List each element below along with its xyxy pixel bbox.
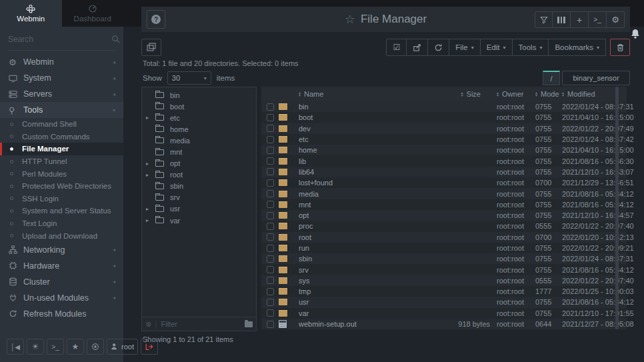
column-header-name[interactable]: ▴▾ Name [299, 90, 417, 98]
row-checkbox[interactable] [267, 233, 274, 241]
expand-arrow-icon[interactable]: ▸ [146, 206, 155, 212]
help-button[interactable]: ? [147, 10, 165, 29]
row-checkbox[interactable] [267, 190, 274, 197]
entry-name[interactable]: var [299, 309, 417, 317]
clear-filter-icon[interactable]: ⊗ [145, 320, 151, 329]
table-row-srv[interactable]: srv root:root 0755 2021/08/16 - 05:34:12 [261, 264, 627, 275]
table-row-media[interactable]: media root:root 0755 2021/08/16 - 05:34:… [261, 188, 627, 199]
menu-tools[interactable]: Tools▾ [513, 39, 549, 56]
tree-item-mnt[interactable]: mnt [142, 146, 256, 157]
entry-name[interactable]: sbin [299, 255, 417, 263]
sidebar-item-unused-modules[interactable]: Un-used Modules ◂ [0, 290, 123, 306]
table-row-sys[interactable]: sys root:root 0555 2022/01/22 - 20:07:40 [261, 275, 627, 286]
settings-button[interactable]: ⚙ [607, 11, 625, 28]
palette-button[interactable] [87, 339, 104, 355]
user-button[interactable]: root [107, 339, 138, 355]
row-checkbox[interactable] [267, 223, 274, 230]
row-checkbox[interactable] [267, 157, 274, 165]
sidebar-item-cluster[interactable]: Cluster ◂ [0, 274, 123, 290]
table-row-tmp[interactable]: tmp root:root 1777 2022/01/25 - 10:00:03 [261, 286, 627, 297]
sidebar-item-system[interactable]: System ◂ [0, 70, 123, 86]
tree-item-home[interactable]: home [142, 123, 256, 135]
entry-name[interactable]: run [299, 244, 417, 252]
tree-item-boot[interactable]: boot [142, 101, 256, 112]
page-size-select[interactable]: 30 ▾ [167, 71, 211, 85]
entry-name[interactable]: tmp [299, 287, 417, 295]
row-checkbox[interactable] [267, 255, 274, 263]
collapse-sidebar-button[interactable]: │◀ [7, 339, 24, 355]
refresh-button[interactable] [428, 39, 449, 56]
tree-item-etc[interactable]: ▸ etc [142, 112, 256, 123]
sidebar-item-tools[interactable]: ⚲ Tools ▾ [0, 102, 123, 118]
table-row-usr[interactable]: usr root:root 0755 2021/08/16 - 05:34:12 [261, 297, 627, 307]
tree-item-bin[interactable]: bin [142, 89, 256, 101]
columns-button[interactable] [553, 11, 571, 28]
entry-name[interactable]: lib64 [299, 168, 417, 176]
table-row-lib[interactable]: lib root:root 0755 2021/08/16 - 05:36:30 [261, 155, 627, 166]
entry-name[interactable]: srv [299, 266, 417, 274]
current-path-field[interactable] [562, 71, 630, 85]
tree-filter-input[interactable] [161, 320, 245, 328]
row-checkbox[interactable] [267, 201, 274, 208]
table-row-proc[interactable]: proc root:root 0555 2022/01/22 - 20:07:4… [261, 221, 627, 231]
tab-webmin[interactable]: Webmin [0, 0, 62, 27]
favorite-star-icon[interactable]: ☆ [345, 12, 355, 27]
share-button[interactable] [407, 39, 428, 56]
tree-item-media[interactable]: media [142, 135, 256, 146]
table-row-var[interactable]: var root:root 0755 2021/12/10 - 17:01:55 [261, 308, 627, 319]
expand-arrow-icon[interactable]: ▸ [146, 161, 155, 167]
row-checkbox[interactable] [267, 321, 274, 328]
table-row-bin[interactable]: bin root:root 0755 2022/01/24 - 08:37:31 [261, 101, 627, 112]
tree-item-sbin[interactable]: sbin [142, 181, 256, 192]
entry-name[interactable]: dev [299, 125, 417, 133]
column-header-modified[interactable]: ▴▾ Modified [562, 90, 635, 98]
expand-arrow-icon[interactable]: ▸ [146, 172, 155, 178]
select-all-button[interactable]: ☑ [386, 39, 407, 56]
table-row-dev[interactable]: dev root:root 0755 2022/01/22 - 20:07:49 [261, 123, 627, 134]
table-row-home[interactable]: home root:root 0755 2021/04/10 - 16:15:0… [261, 145, 627, 155]
row-checkbox[interactable] [267, 103, 274, 111]
sidebar-item-refresh-modules[interactable]: Refresh Modules [0, 306, 123, 322]
entry-name[interactable]: bin [299, 103, 417, 111]
entry-name[interactable]: webmin-setup.out [299, 320, 417, 328]
entry-name[interactable]: proc [299, 222, 417, 230]
row-checkbox[interactable] [267, 266, 274, 273]
row-checkbox[interactable] [267, 309, 274, 317]
row-checkbox[interactable] [267, 277, 274, 284]
table-row-run[interactable]: run root:root 0755 2022/01/22 - 20:09:21 [261, 243, 627, 253]
entry-name[interactable]: home [299, 146, 417, 154]
entry-name[interactable]: lost+found [299, 179, 417, 187]
table-row-opt[interactable]: opt root:root 0755 2021/12/10 - 16:54:57 [261, 210, 627, 221]
add-button[interactable]: + [571, 11, 589, 28]
sidebar-item-text-login[interactable]: Text Login [0, 217, 123, 230]
table-row-root[interactable]: root root:root 0700 2022/01/20 - 10:42:1… [261, 232, 627, 243]
entry-name[interactable]: media [299, 190, 417, 198]
shell-button[interactable]: >_ [589, 11, 607, 28]
filter-button[interactable] [535, 11, 553, 28]
row-checkbox[interactable] [267, 179, 274, 187]
scrollbar[interactable] [615, 87, 619, 329]
tree-item-srv[interactable]: srv [142, 192, 256, 203]
sidebar-item-file-manager[interactable]: File Manager [0, 143, 123, 155]
expand-arrow-icon[interactable]: ▸ [146, 115, 155, 121]
sidebar-item-http-tunnel[interactable]: HTTP Tunnel [0, 155, 123, 168]
entry-name[interactable]: sys [299, 277, 417, 285]
table-row-lib64[interactable]: lib64 root:root 0755 2021/12/10 - 16:53:… [261, 167, 627, 177]
tree-item-usr[interactable]: ▸ usr [142, 203, 256, 215]
tree-item-var[interactable]: ▸ var [142, 215, 256, 226]
table-row-mnt[interactable]: mnt root:root 0755 2021/08/16 - 05:34:12 [261, 199, 627, 210]
entry-name[interactable]: root [299, 233, 417, 241]
column-header-size[interactable]: ▴▾ Size [417, 90, 490, 98]
tab-dashboard[interactable]: Dashboard [62, 0, 124, 27]
expand-arrow-icon[interactable]: ▸ [146, 217, 155, 223]
menu-file[interactable]: File▾ [449, 39, 481, 56]
row-checkbox[interactable] [267, 212, 274, 219]
column-header-mode[interactable]: ▴▾ Mode [535, 90, 562, 98]
row-checkbox[interactable] [267, 288, 274, 295]
terminal-button[interactable]: >_ [47, 339, 64, 355]
new-window-button[interactable] [141, 39, 161, 56]
folder-button-icon[interactable] [245, 321, 253, 327]
row-checkbox[interactable] [267, 114, 274, 121]
sidebar-item-system-and-server-status[interactable]: System and Server Status [0, 205, 123, 217]
root-path-button[interactable]: / [543, 71, 560, 85]
